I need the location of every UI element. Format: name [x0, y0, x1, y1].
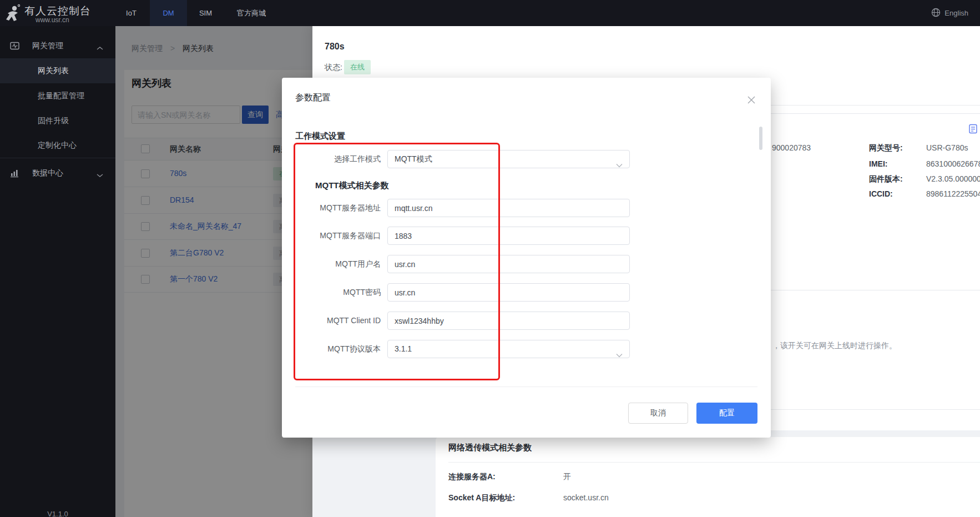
work-mode-value: MQTT模式 — [395, 154, 432, 163]
info-label-iccid: ICCID: — [869, 189, 893, 198]
socket-a-value: socket.usr.cn — [563, 493, 609, 502]
mqtt-clientid-row: MQTT Client ID — [282, 312, 771, 330]
mqtt-username-label: MQTT用户名 — [295, 255, 381, 273]
chevron-down-icon — [616, 347, 623, 364]
language-switcher[interactable]: English — [931, 0, 968, 26]
status-badge: 在线 — [344, 60, 371, 74]
server-a-label: 连接服务器A: — [448, 472, 496, 482]
topbar: 有人云控制台 www.usr.cn IoT DM SIM 官方商城 Englis… — [0, 0, 980, 26]
mqtt-password-input[interactable] — [387, 283, 630, 302]
sidebar-item-firmware-upgrade[interactable]: 固件升级 — [0, 108, 115, 133]
sidebar-group-gateway-management[interactable]: 网关管理 — [0, 33, 115, 58]
server-a-value: 开 — [563, 472, 571, 482]
info-value-model: USR-G780s — [926, 143, 968, 152]
mqtt-version-value: 3.1.1 — [395, 344, 412, 353]
work-mode-select[interactable]: MQTT模式 — [387, 150, 630, 168]
sidebar-item-gateway-list[interactable]: 网关列表 — [0, 58, 115, 83]
info-label-firmware: 固件版本: — [869, 174, 903, 184]
info-value-iccid: 89861122255044 — [926, 189, 980, 198]
mqtt-clientid-input[interactable] — [387, 312, 630, 330]
mqtt-port-label: MQTT服务器端口 — [295, 227, 381, 245]
info-label-imei: IMEI: — [869, 159, 887, 168]
mqtt-password-row: MQTT密码 — [282, 283, 771, 302]
language-label: English — [944, 9, 968, 17]
version-label: V1.1.0 — [0, 510, 115, 517]
mqtt-version-row: MQTT协议版本 3.1.1 — [282, 340, 771, 358]
mqtt-params-section-title: MQTT模式相关参数 — [315, 180, 389, 191]
mqtt-version-label: MQTT协议版本 — [295, 340, 381, 358]
divider — [448, 462, 980, 463]
mqtt-password-label: MQTT密码 — [295, 283, 381, 302]
brand-url: www.usr.cn — [36, 16, 69, 24]
bar-chart-icon — [10, 168, 19, 179]
passthrough-section-title: 网络透传模式相关参数 — [448, 443, 532, 453]
mqtt-port-input[interactable] — [387, 227, 630, 245]
info-value-firmware: V2.3.05.000000.00 — [926, 174, 980, 183]
info-value-imei: 86310006266789 — [926, 159, 980, 168]
mqtt-server-input[interactable] — [387, 199, 630, 217]
socket-a-label: Socket A目标地址: — [448, 493, 515, 503]
work-mode-label: 选择工作模式 — [295, 150, 381, 168]
divider — [295, 387, 757, 387]
modal-title: 参数配置 — [295, 92, 331, 104]
usr-logo-icon — [3, 3, 23, 25]
work-mode-section-title: 工作模式设置 — [295, 131, 345, 142]
switch-hint-text: ，该开关可在网关上线时进行操作。 — [772, 341, 897, 351]
modal-scrollbar-thumb[interactable] — [759, 127, 762, 150]
mqtt-username-input[interactable] — [387, 255, 630, 273]
parameter-config-modal: 参数配置 工作模式设置 选择工作模式 MQTT模式 MQTT模式相关参数 MQT… — [282, 78, 771, 438]
drawer-title: 780s — [325, 42, 345, 52]
cancel-button[interactable]: 取消 — [628, 403, 688, 424]
nav-sim[interactable]: SIM — [187, 0, 224, 26]
mqtt-server-row: MQTT服务器地址 — [282, 199, 771, 217]
nav-iot[interactable]: IoT — [113, 0, 150, 26]
mqtt-server-label: MQTT服务器地址 — [295, 199, 381, 217]
info-label-model: 网关型号: — [869, 143, 903, 153]
nav-dm[interactable]: DM — [150, 0, 187, 26]
mqtt-port-row: MQTT服务器端口 — [282, 227, 771, 245]
mqtt-version-select[interactable]: 3.1.1 — [387, 340, 630, 358]
nav-shop[interactable]: 官方商城 — [224, 0, 279, 26]
chevron-down-icon — [97, 170, 103, 179]
sidebar: 网关管理 网关列表 批量配置管理 固件升级 定制化中心 数据中心 V1.1.0 — [0, 26, 115, 517]
mqtt-username-row: MQTT用户名 — [282, 255, 771, 273]
mqtt-clientid-label: MQTT Client ID — [295, 312, 381, 330]
top-nav: IoT DM SIM 官方商城 — [113, 0, 279, 26]
chevron-down-icon — [616, 157, 623, 174]
close-icon[interactable] — [747, 96, 758, 107]
chevron-up-icon — [97, 43, 103, 52]
status-label: 状态: — [325, 63, 342, 73]
sidebar-group-label: 数据中心 — [32, 168, 63, 178]
work-mode-row: 选择工作模式 MQTT模式 — [282, 150, 771, 168]
confirm-button[interactable]: 配置 — [696, 403, 757, 424]
divider — [0, 158, 115, 158]
gateway-monitor-icon — [10, 41, 19, 52]
globe-icon — [931, 8, 941, 19]
sn-value: 900020783 — [772, 143, 811, 152]
edit-document-icon[interactable] — [968, 124, 978, 135]
sidebar-group-data-center[interactable]: 数据中心 — [0, 160, 115, 185]
sidebar-item-batch-config[interactable]: 批量配置管理 — [0, 83, 115, 108]
sidebar-group-label: 网关管理 — [32, 41, 63, 51]
sidebar-item-customization-center[interactable]: 定制化中心 — [0, 133, 115, 158]
passthrough-params-card: 网络透传模式相关参数 连接服务器A: 开 Socket A目标地址: socke… — [436, 437, 980, 517]
